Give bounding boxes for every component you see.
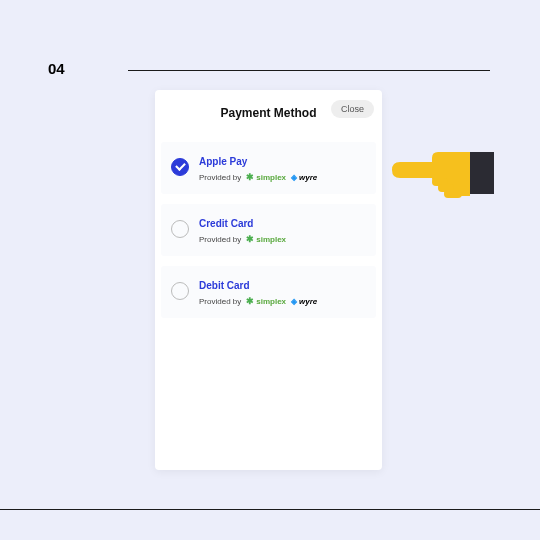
radio-unselected-icon — [171, 220, 189, 238]
option-debit-card[interactable]: Debit Card Provided by simplex wyre — [161, 266, 376, 318]
provided-row: Provided by simplex wyre — [199, 296, 366, 306]
option-title: Credit Card — [199, 218, 366, 229]
pointing-hand-icon — [378, 138, 498, 208]
provided-label: Provided by — [199, 173, 241, 182]
option-body: Apple Pay Provided by simplex wyre — [199, 156, 366, 182]
provider-simplex-icon: simplex — [246, 234, 286, 244]
provider-simplex-icon: simplex — [246, 296, 286, 306]
modal-title: Payment Method — [220, 106, 316, 120]
option-apple-pay[interactable]: Apple Pay Provided by simplex wyre — [161, 142, 376, 194]
option-title: Apple Pay — [199, 156, 366, 167]
close-button[interactable]: Close — [331, 100, 374, 118]
svg-rect-3 — [444, 190, 462, 198]
divider-top — [128, 70, 490, 71]
radio-unselected-icon — [171, 282, 189, 300]
option-credit-card[interactable]: Credit Card Provided by simplex — [161, 204, 376, 256]
provided-row: Provided by simplex — [199, 234, 366, 244]
step-number: 04 — [48, 60, 65, 77]
option-title: Debit Card — [199, 280, 366, 291]
provider-simplex-icon: simplex — [246, 172, 286, 182]
option-body: Debit Card Provided by simplex wyre — [199, 280, 366, 306]
radio-selected-icon — [171, 158, 189, 176]
provided-row: Provided by simplex wyre — [199, 172, 366, 182]
provider-wyre-icon: wyre — [291, 297, 317, 306]
divider-bottom — [0, 509, 540, 510]
option-body: Credit Card Provided by simplex — [199, 218, 366, 244]
provided-label: Provided by — [199, 235, 241, 244]
payment-modal: Payment Method Close Apple Pay Provided … — [155, 90, 382, 470]
svg-rect-0 — [470, 152, 494, 194]
provided-label: Provided by — [199, 297, 241, 306]
modal-header: Payment Method Close — [161, 100, 376, 126]
provider-wyre-icon: wyre — [291, 173, 317, 182]
